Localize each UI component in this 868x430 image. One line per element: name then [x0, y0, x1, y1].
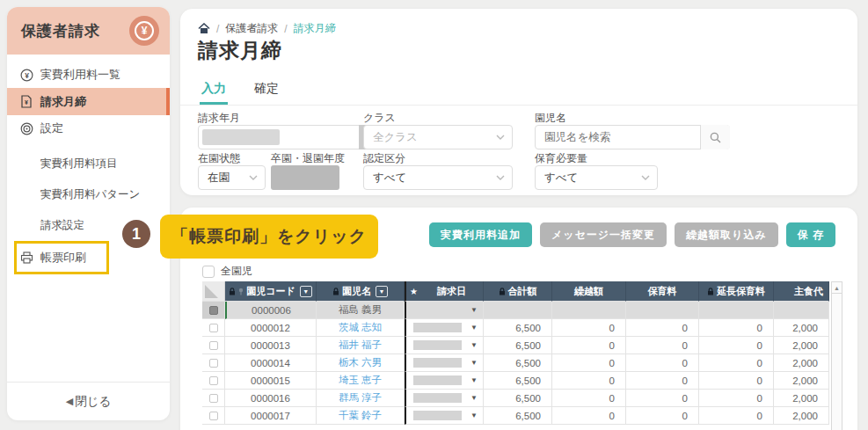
name-filter-button[interactable]: ▼ [376, 286, 388, 297]
tab-input[interactable]: 入力 [200, 74, 228, 105]
billing-date-cell[interactable]: ▼ [405, 372, 484, 390]
import-carryover-button[interactable]: 繰越額取り込み [675, 222, 778, 247]
child-name-link[interactable]: 群馬 淳子 [317, 390, 405, 407]
care-need-select[interactable]: すべて [535, 165, 658, 190]
date-dropdown-icon[interactable]: ▼ [470, 341, 478, 349]
enrollment-status-select[interactable]: 在園 [198, 165, 266, 190]
select-all-children[interactable]: 全園児 [202, 264, 252, 279]
row-checkbox[interactable] [209, 394, 218, 403]
table-row[interactable]: 0000014 栃木 六男 ▼ 6,500 0 0 0 2,000 [202, 354, 829, 372]
column-header-billing-date[interactable]: ★ 請求日 [405, 281, 484, 302]
date-dropdown-icon[interactable]: ▼ [470, 376, 478, 384]
date-dropdown-icon[interactable]: ▼ [470, 412, 478, 419]
table-vertical-scrollbar[interactable]: ▲ [831, 281, 842, 430]
table-row[interactable]: 0000015 埼玉 恵子 ▼ 6,500 0 0 0 2,000 [202, 372, 829, 390]
graduation-year-disabled-input [271, 165, 339, 190]
save-button[interactable]: 保 存 [786, 222, 835, 247]
redacted-date [413, 358, 462, 368]
add-actual-fee-button[interactable]: 実費利用料追加 [429, 222, 532, 247]
redacted-date [413, 375, 462, 385]
sidebar-item-monthly-billing[interactable]: ¥ 請求月締 [7, 88, 170, 115]
breadcrumb: / 保護者請求 / 請求月締 [198, 21, 336, 36]
redacted-date [413, 393, 462, 403]
sidebar-item-settings[interactable]: 設定 [7, 115, 170, 142]
child-code-cell: 0000017 [225, 407, 317, 425]
column-header-extended-fee[interactable]: 延長保育料 [699, 281, 774, 302]
billing-date-cell[interactable]: ▼ [405, 302, 484, 319]
extended-fee-cell: 0 [699, 407, 774, 425]
total-cell [484, 302, 552, 319]
class-select[interactable]: 全クラス [363, 125, 513, 149]
date-dropdown-icon[interactable]: ▼ [470, 394, 478, 402]
column-header-carryover[interactable]: 繰越額 [552, 281, 626, 302]
staple-fee-cell: 2,000 [774, 354, 829, 372]
staple-fee-cell: 2,000 [774, 337, 829, 354]
toolbar: 実費利用料追加 メッセージ一括変更 繰越額取り込み 保 存 [429, 222, 835, 247]
sidebar-item-actual-fee-items[interactable]: 実費利用料項目 [7, 149, 170, 179]
date-dropdown-icon[interactable]: ▼ [470, 324, 478, 332]
childcare-fee-cell: 0 [626, 407, 699, 425]
row-checkbox-cell[interactable] [202, 319, 225, 337]
star-icon: ★ [410, 287, 418, 296]
collapse-left-icon: ◀ [66, 396, 73, 407]
row-checkbox[interactable] [209, 376, 218, 385]
row-checkbox[interactable] [209, 359, 218, 368]
column-header-code[interactable]: 園児コード ▼ [225, 281, 317, 302]
billing-month-input[interactable] [198, 125, 389, 149]
sidebar-item-report-print[interactable]: 帳票印刷 [7, 244, 170, 271]
child-name-link[interactable]: 福井 福子 [317, 337, 405, 354]
billing-date-cell[interactable]: ▼ [405, 319, 484, 337]
tab-confirm[interactable]: 確定 [252, 74, 281, 105]
column-header-staple-fee[interactable]: 主食代 [774, 281, 829, 302]
column-header-childcare-fee[interactable]: 保育料 [626, 281, 699, 302]
row-checkbox[interactable] [209, 412, 218, 420]
column-header-total[interactable]: 合計額 [484, 281, 552, 302]
sidebar-item-label: 実費利用料一覧 [40, 67, 120, 83]
code-filter-button[interactable]: ▼ [300, 286, 312, 297]
row-checkbox-cell[interactable] [202, 354, 225, 372]
staple-fee-cell: 2,000 [774, 390, 829, 407]
child-name-search-input[interactable] [536, 131, 701, 143]
home-icon[interactable] [198, 23, 210, 34]
staple-fee-cell: 2,000 [774, 372, 829, 390]
lock-icon [229, 288, 236, 295]
child-name-link[interactable]: 埼玉 恵子 [317, 372, 405, 390]
sidebar-item-actual-fee-patterns[interactable]: 実費利用料パターン [7, 179, 170, 210]
child-name-link[interactable]: 栃木 六男 [317, 354, 405, 372]
scroll-up-button[interactable]: ▲ [832, 282, 842, 294]
billing-date-cell[interactable]: ▼ [405, 337, 484, 354]
row-checkbox-cell[interactable] [202, 372, 225, 390]
row-checkbox[interactable] [209, 324, 218, 332]
yen-circulation-icon: ¥ [129, 16, 159, 46]
chevron-down-icon [242, 175, 265, 180]
table-row[interactable]: 0000013 福井 福子 ▼ 6,500 0 0 0 2,000 [202, 337, 829, 354]
select-all-checkbox[interactable] [202, 266, 215, 278]
date-dropdown-icon[interactable]: ▼ [470, 306, 478, 314]
bulk-message-button[interactable]: メッセージ一括変更 [540, 222, 667, 247]
close-sidebar-button[interactable]: ◀閉じる [7, 382, 170, 420]
row-checkbox-cell[interactable] [202, 407, 225, 425]
childcare-fee-cell [626, 302, 699, 319]
child-name-cell[interactable]: 福島 義男 [317, 302, 405, 319]
billing-date-cell[interactable]: ▼ [405, 354, 484, 372]
billing-date-cell[interactable]: ▼ [405, 407, 484, 425]
table-row[interactable]: 0000006 福島 義男 ▼ [202, 302, 829, 319]
table-row[interactable]: 0000012 茨城 志知 ▼ 6,500 0 0 0 2,000 [202, 319, 829, 337]
row-checkbox[interactable] [209, 341, 218, 350]
billing-date-cell[interactable]: ▼ [405, 390, 484, 407]
column-header-name[interactable]: 園児名 ▼ [317, 281, 405, 302]
date-dropdown-icon[interactable]: ▼ [470, 359, 478, 367]
select-all-corner-cell[interactable] [202, 281, 225, 302]
sidebar-item-actual-fee-list[interactable]: ¥ 実費利用料一覧 [7, 62, 170, 88]
table-row[interactable]: 0000017 千葉 鈴子 ▼ 6,500 0 0 0 2,000 [202, 407, 829, 425]
table-row[interactable]: 0000016 群馬 淳子 ▼ 6,500 0 0 0 2,000 [202, 390, 829, 407]
certification-select[interactable]: すべて [363, 165, 513, 190]
breadcrumb-parent[interactable]: 保護者請求 [225, 21, 278, 36]
child-name-link[interactable]: 千葉 鈴子 [317, 407, 405, 425]
row-checkbox-cell[interactable] [202, 390, 225, 407]
search-button[interactable] [700, 125, 730, 149]
row-checkbox-cell[interactable] [202, 302, 225, 319]
row-checkbox[interactable] [209, 306, 218, 315]
row-checkbox-cell[interactable] [202, 337, 225, 354]
child-name-link[interactable]: 茨城 志知 [317, 319, 405, 337]
